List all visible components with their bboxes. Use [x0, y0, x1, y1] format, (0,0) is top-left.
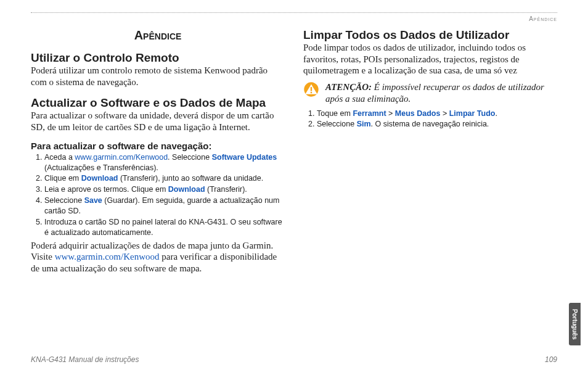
- steps-clear-data: Toque em Ferramnt > Meus Dados > Limpar …: [303, 109, 557, 130]
- ui-label-download: Download: [168, 185, 205, 194]
- header-label: Apêndice: [31, 15, 557, 22]
- ui-label-software-updates: Software Updates: [212, 153, 277, 162]
- step-text: Seleccione: [44, 196, 84, 205]
- step-text: >: [386, 109, 395, 118]
- ui-label-my-data: Meus Dados: [395, 109, 441, 118]
- steps-update-nav: Aceda a www.garmin.com/Kenwood. Seleccio…: [31, 152, 285, 238]
- ui-label-download: Download: [81, 174, 118, 183]
- ui-label-tools: Ferramnt: [353, 109, 386, 118]
- step-text: . Seleccione: [168, 153, 212, 162]
- step-text: (Transferir), junto ao software da unida…: [118, 174, 263, 183]
- link-garmin[interactable]: www.garmin.com/Kenwood: [55, 252, 160, 262]
- footer-doc-title: KNA-G431 Manual de instruções: [31, 355, 139, 364]
- list-item: Aceda a www.garmin.com/Kenwood. Seleccio…: [44, 152, 285, 173]
- ui-label-yes: Sim: [357, 120, 371, 128]
- step-text: . O sistema de navegação reinicia.: [371, 120, 489, 128]
- body-remote: Poderá utilizar um controlo remoto de si…: [31, 65, 285, 88]
- step-text: Clique em: [44, 174, 81, 183]
- section-title-remote: Utilizar o Controlo Remoto: [31, 51, 285, 65]
- page-footer: KNA-G431 Manual de instruções 109: [31, 355, 557, 364]
- step-text: Leia e aprove os termos. Clique em: [44, 185, 168, 194]
- subsection-title-update-nav: Para actualizar o software de navegação:: [31, 141, 285, 151]
- caution-block: ATENÇÃO: É impossível recuperar os dados…: [303, 81, 557, 105]
- section-title-update: Actualizar o Software e os Dados de Mapa: [31, 96, 285, 110]
- step-text: >: [440, 109, 449, 118]
- list-item: Toque em Ferramnt > Meus Dados > Limpar …: [317, 109, 557, 119]
- link-garmin[interactable]: www.garmin.com/Kenwood: [75, 153, 168, 162]
- list-item: Leia e aprove os termos. Clique em Downl…: [44, 184, 285, 195]
- chapter-title: Apêndice: [31, 28, 285, 43]
- right-column: Limpar Todos os Dados de Utilizador Pode…: [303, 28, 557, 274]
- ui-label-save: Save: [84, 196, 102, 205]
- left-column: Apêndice Utilizar o Controlo Remoto Pode…: [31, 28, 285, 274]
- body-map-update: Poderá adquirir actualizações de dados d…: [31, 240, 285, 274]
- svg-rect-3: [311, 92, 312, 93]
- warning-icon: [303, 81, 319, 97]
- footer-page-number: 109: [545, 355, 557, 364]
- list-item: Introduza o cartão SD no painel lateral …: [44, 217, 285, 238]
- content-columns: Apêndice Utilizar o Controlo Remoto Pode…: [31, 28, 557, 274]
- body-clear-data: Pode limpar todos os dados de utilizador…: [303, 42, 557, 76]
- step-text: Introduza o cartão SD no painel lateral …: [44, 218, 282, 237]
- body-update: Para actualizar o software da unidade, d…: [31, 110, 285, 133]
- step-text: Toque em: [317, 109, 353, 118]
- caution-label: ATENÇÃO:: [325, 82, 372, 92]
- step-text: (Transferir).: [205, 185, 247, 194]
- step-text: Seleccione: [317, 120, 357, 128]
- section-title-clear-data: Limpar Todos os Dados de Utilizador: [303, 28, 557, 42]
- list-item: Seleccione Save (Guardar). Em seguida, g…: [44, 196, 285, 216]
- ui-label-clear-all: Limpar Tudo: [449, 109, 496, 118]
- step-text: Aceda a: [44, 153, 75, 162]
- step-text: .: [495, 109, 497, 118]
- svg-rect-2: [311, 87, 312, 91]
- caution-text: ATENÇÃO: É impossível recuperar os dados…: [325, 81, 557, 105]
- header-rule: [31, 12, 557, 13]
- list-item: Clique em Download (Transferir), junto a…: [44, 173, 285, 184]
- step-text: (Actualizações e Transferências).: [44, 163, 158, 172]
- list-item: Seleccione Sim. O sistema de navegação r…: [317, 119, 557, 130]
- language-tab: Português: [569, 303, 581, 345]
